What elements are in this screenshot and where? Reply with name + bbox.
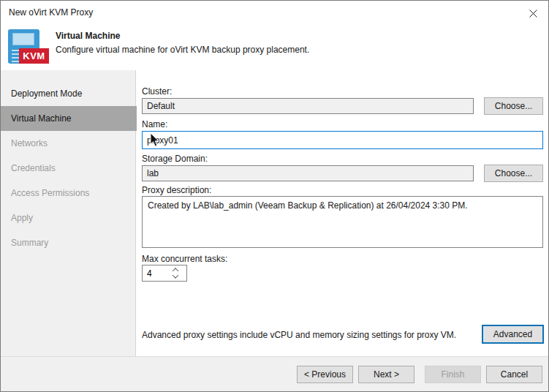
stepper-down-icon[interactable]	[173, 272, 178, 278]
max-tasks-label: Max concurrent tasks:	[142, 254, 227, 264]
proxy-description-textarea[interactable]: Created by LAB\lab_admin (Veeam Backup &…	[142, 196, 543, 248]
wizard-footer: < Previous Next > Finish Cancel	[1, 356, 548, 391]
page-title: Virtual Machine	[56, 31, 120, 41]
wizard-steps-sidebar: Deployment Mode Virtual Machine Networks…	[1, 70, 136, 357]
title-bar: New oVirt KVM Proxy	[1, 1, 548, 24]
name-input[interactable]	[142, 131, 543, 149]
wizard-header: KVM Virtual Machine Configure virtual ma…	[1, 24, 548, 70]
storage-domain-choose-button[interactable]: Choose...	[484, 165, 543, 182]
kvm-icon-label: KVM	[19, 48, 49, 64]
max-tasks-input[interactable]	[143, 265, 170, 281]
sidebar-item-networks[interactable]: Networks	[1, 131, 135, 156]
sidebar-item-credentials[interactable]: Credentials	[1, 156, 135, 181]
storage-domain-input[interactable]	[142, 165, 474, 181]
finish-button[interactable]: Finish	[425, 366, 481, 383]
window-title: New oVirt KVM Proxy	[9, 7, 93, 18]
kvm-icon-screen	[12, 33, 34, 45]
close-button[interactable]	[522, 4, 544, 22]
advanced-button[interactable]: Advanced	[482, 325, 544, 344]
sidebar-item-access-permissions[interactable]: Access Permissions	[1, 181, 135, 206]
sidebar-item-virtual-machine[interactable]: Virtual Machine	[1, 106, 137, 131]
sidebar-item-deployment-mode[interactable]: Deployment Mode	[1, 81, 135, 106]
cluster-label: Cluster:	[142, 86, 172, 97]
cluster-choose-button[interactable]: Choose...	[484, 97, 543, 115]
kvm-icon: KVM	[8, 29, 50, 66]
cluster-input[interactable]	[142, 98, 474, 114]
proxy-description-label: Proxy description:	[142, 185, 211, 195]
max-tasks-spinner	[142, 265, 187, 282]
name-label: Name:	[142, 119, 167, 129]
page-subtitle: Configure virtual machine for oVirt KVM …	[56, 45, 309, 55]
storage-domain-label: Storage Domain:	[142, 154, 208, 164]
next-button[interactable]: Next >	[358, 366, 414, 383]
previous-button[interactable]: < Previous	[297, 366, 353, 383]
new-ovirt-kvm-proxy-dialog: New oVirt KVM Proxy KVM Virtual Machine …	[0, 0, 549, 392]
wizard-content: Cluster: Choose... Name: Storage Domain:…	[137, 70, 548, 357]
cancel-button[interactable]: Cancel	[486, 366, 542, 383]
advanced-settings-note: Advanced proxy settings include vCPU and…	[142, 330, 456, 340]
max-tasks-stepper	[170, 265, 181, 281]
close-icon	[529, 10, 537, 18]
sidebar-item-summary[interactable]: Summary	[1, 230, 135, 255]
sidebar-item-apply[interactable]: Apply	[1, 206, 135, 230]
